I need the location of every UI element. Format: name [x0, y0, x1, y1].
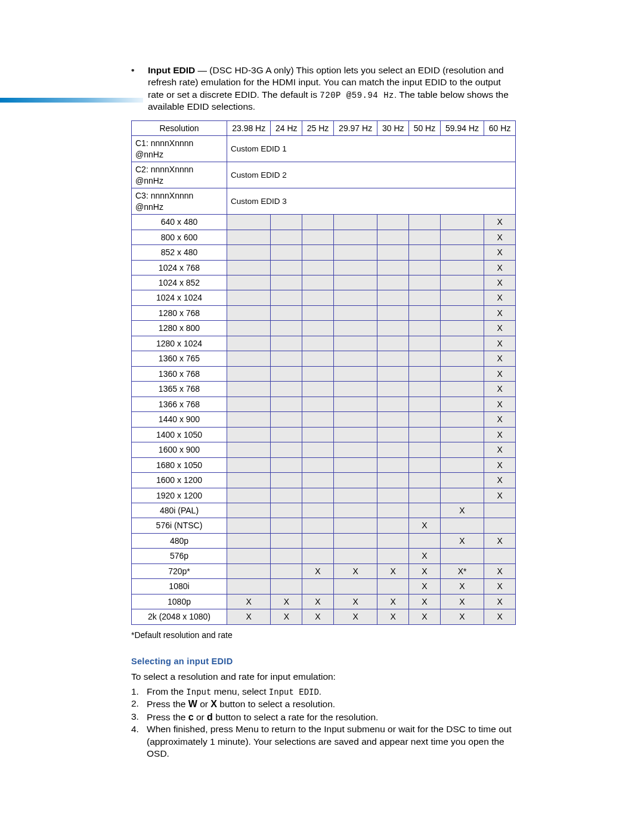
rate-cell — [409, 457, 441, 472]
rate-cell — [302, 290, 334, 305]
rate-cell — [271, 397, 302, 411]
rate-cell — [409, 336, 441, 351]
resolution-cell: C1: nnnnXnnnn @nnHz — [132, 136, 227, 162]
resolution-cell: 1920 x 1200 — [132, 488, 227, 503]
custom-edid-cell: Custom EDID 1 — [227, 136, 516, 162]
table-row: C1: nnnnXnnnn @nnHzCustom EDID 1 — [132, 136, 516, 162]
rate-cell — [377, 321, 409, 336]
rate-cell: X — [484, 609, 516, 624]
rate-cell — [409, 245, 441, 260]
rate-cell — [377, 305, 409, 320]
intro-text: Input EDID — (DSC HD-3G A only) This opt… — [148, 64, 513, 113]
rate-cell — [271, 215, 302, 230]
rate-cell: X — [484, 382, 516, 397]
rate-cell — [377, 457, 409, 472]
rate-cell: X — [484, 594, 516, 609]
rate-cell: X — [409, 563, 441, 578]
resolution-cell: 1360 x 768 — [132, 366, 227, 381]
rate-cell — [227, 275, 271, 290]
rate-cell — [440, 427, 484, 442]
rate-cell — [227, 518, 271, 533]
rate-cell — [271, 366, 302, 381]
rate-cell — [271, 382, 302, 397]
step-body: When finished, press Menu to return to t… — [147, 723, 513, 760]
custom-edid-cell: Custom EDID 3 — [227, 188, 516, 215]
resolution-cell: 1365 x 768 — [132, 382, 227, 397]
step-number: 4. — [131, 723, 147, 760]
rate-cell — [271, 290, 302, 305]
rate-cell — [227, 473, 271, 488]
rate-cell: X — [484, 412, 516, 427]
table-row: 1680 x 1050X — [132, 457, 516, 472]
rate-cell — [227, 442, 271, 457]
resolution-cell: C3: nnnnXnnnn @nnHz — [132, 188, 227, 215]
rate-cell — [302, 518, 334, 533]
table-row: 2k (2048 x 1080)XXXXXXXX — [132, 609, 516, 624]
rate-cell — [409, 215, 441, 230]
rate-cell — [440, 290, 484, 305]
rate-cell — [409, 230, 441, 244]
rate-cell — [440, 305, 484, 320]
rate-cell — [302, 442, 334, 457]
resolution-cell: C2: nnnnXnnnn @nnHz — [132, 162, 227, 188]
rate-cell — [227, 549, 271, 563]
rate-cell: X — [484, 290, 516, 305]
rate-cell — [377, 549, 409, 563]
rate-cell: X — [333, 609, 377, 624]
rate-cell — [333, 290, 377, 305]
resolution-cell: 1080i — [132, 579, 227, 594]
rate-cell — [271, 457, 302, 472]
rate-cell — [271, 442, 302, 457]
resolution-cell: 800 x 600 — [132, 230, 227, 244]
page: • Input EDID — (DSC HD-3G A only) This o… — [0, 64, 644, 833]
table-row: 1024 x 1024X — [132, 290, 516, 305]
table-header-row: Resolution 23.98 Hz 24 Hz 25 Hz 29.97 Hz… — [132, 120, 516, 135]
step-number: 2. — [131, 698, 147, 710]
table-row: 1080iXXX — [132, 579, 516, 594]
custom-edid-cell: Custom EDID 2 — [227, 162, 516, 188]
section-heading: Selecting an input EDID — [131, 656, 513, 667]
rate-cell — [333, 533, 377, 548]
rate-cell — [271, 321, 302, 336]
rate-cell: X — [377, 609, 409, 624]
step-row: 2.Press the W or X button to select a re… — [131, 698, 513, 710]
table-row: 576pX — [132, 549, 516, 563]
rate-cell — [227, 245, 271, 260]
rate-cell — [377, 473, 409, 488]
rate-cell: X — [484, 245, 516, 260]
rate-cell — [377, 427, 409, 442]
rate-cell: X — [440, 579, 484, 594]
rate-cell — [227, 412, 271, 427]
rate-cell — [409, 382, 441, 397]
rate-cell — [440, 260, 484, 275]
rate-cell: X — [484, 260, 516, 275]
rate-cell — [227, 503, 271, 518]
rate-cell: X — [302, 563, 334, 578]
rate-cell — [302, 579, 334, 594]
rate-cell: X — [302, 609, 334, 624]
rate-cell — [227, 215, 271, 230]
rate-cell — [227, 397, 271, 411]
rate-cell — [440, 366, 484, 381]
resolution-cell: 480p — [132, 533, 227, 548]
resolution-cell: 1024 x 852 — [132, 275, 227, 290]
rate-cell — [271, 488, 302, 503]
rate-cell — [333, 457, 377, 472]
table-row: 1600 x 900X — [132, 442, 516, 457]
col-50: 50 Hz — [409, 120, 441, 135]
col-60: 60 Hz — [484, 120, 516, 135]
resolution-cell: 852 x 480 — [132, 245, 227, 260]
table-footnote: *Default resolution and rate — [131, 630, 513, 640]
rate-cell — [302, 457, 334, 472]
table-row: 800 x 600X — [132, 230, 516, 244]
resolution-cell: 720p* — [132, 563, 227, 578]
rate-cell — [440, 321, 484, 336]
rate-cell: X — [333, 594, 377, 609]
rate-cell — [271, 245, 302, 260]
rate-cell — [227, 351, 271, 366]
col-resolution: Resolution — [132, 120, 227, 135]
table-row: 1366 x 768X — [132, 397, 516, 411]
rate-cell — [227, 305, 271, 320]
content-area: • Input EDID — (DSC HD-3G A only) This o… — [131, 64, 513, 760]
rate-cell — [302, 215, 334, 230]
